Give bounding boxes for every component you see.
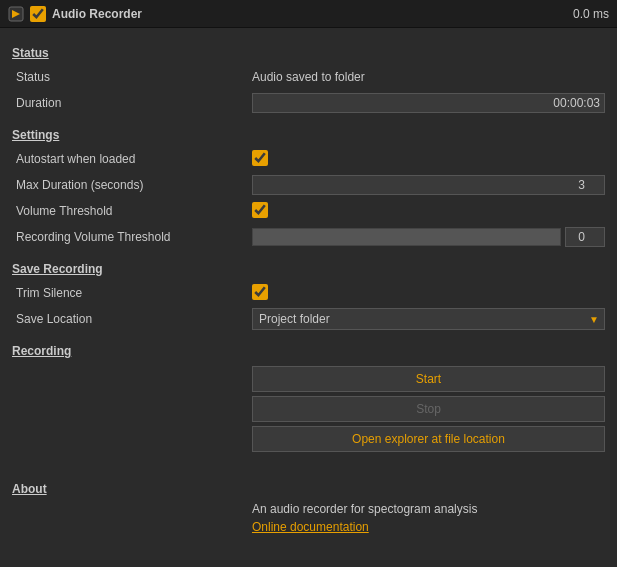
title-bar-ms: 0.0 ms [573,7,609,21]
autostart-label: Autostart when loaded [12,152,252,166]
title-bar-checkbox[interactable] [30,6,46,22]
recording-header: Recording [12,344,605,358]
status-header: Status [12,46,605,60]
explorer-button[interactable]: Open explorer at file location [252,426,605,452]
max-duration-row: Max Duration (seconds) [12,174,605,196]
trim-silence-checkbox[interactable] [252,284,268,300]
save-location-select[interactable]: Project folder Custom folder [252,308,605,330]
status-value: Audio saved to folder [252,70,605,84]
trim-silence-row: Trim Silence [12,282,605,304]
save-location-select-wrapper: Project folder Custom folder [252,308,605,330]
duration-label: Duration [12,96,252,110]
recording-volume-slider[interactable] [252,228,561,246]
save-location-label: Save Location [12,312,252,326]
volume-threshold-checkbox[interactable] [252,202,268,218]
title-bar-title: Audio Recorder [52,7,142,21]
recording-volume-slider-container [252,227,605,247]
autostart-value [252,150,605,169]
title-bar: Audio Recorder 0.0 ms [0,0,617,28]
save-recording-header: Save Recording [12,262,605,276]
trim-silence-value [252,284,605,303]
autostart-checkbox[interactable] [252,150,268,166]
status-row: Status Audio saved to folder [12,66,605,88]
autostart-row: Autostart when loaded [12,148,605,170]
start-button[interactable]: Start [252,366,605,392]
max-duration-input[interactable] [252,175,605,195]
duration-row: Duration 00:00:03 [12,92,605,114]
about-header: About [12,482,605,496]
volume-threshold-row: Volume Threshold [12,200,605,222]
about-description: An audio recorder for spectogram analysi… [252,502,605,516]
trim-silence-label: Trim Silence [12,286,252,300]
stop-button: Stop [252,396,605,422]
content: Status Status Audio saved to folder Dura… [0,28,617,567]
volume-threshold-value [252,202,605,221]
status-label: Status [12,70,252,84]
max-duration-value-wrapper [252,175,605,195]
title-bar-left: Audio Recorder [8,6,142,22]
settings-header: Settings [12,128,605,142]
app-icon [8,6,24,22]
recording-volume-number[interactable] [565,227,605,247]
duration-value-wrapper: 00:00:03 [252,93,605,113]
recording-volume-row: Recording Volume Threshold [12,226,605,248]
online-documentation-link[interactable]: Online documentation [252,520,605,534]
save-location-row: Save Location Project folder Custom fold… [12,308,605,330]
duration-value: 00:00:03 [252,93,605,113]
about-section: About An audio recorder for spectogram a… [12,482,605,534]
max-duration-label: Max Duration (seconds) [12,178,252,192]
volume-threshold-label: Volume Threshold [12,204,252,218]
recording-volume-label: Recording Volume Threshold [12,230,252,244]
buttons-area: Start Stop Open explorer at file locatio… [252,366,605,452]
